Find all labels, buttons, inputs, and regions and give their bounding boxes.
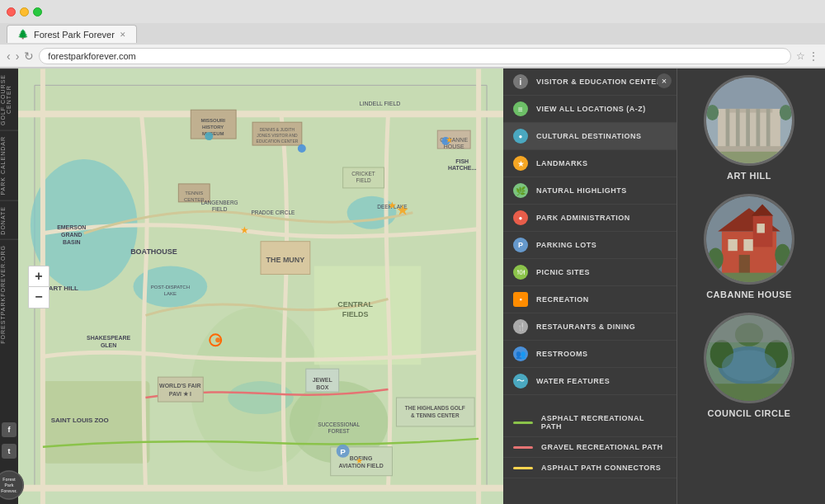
svg-text:FISH: FISH — [455, 158, 469, 164]
cultural-icon: ● — [513, 129, 528, 144]
refresh-button[interactable]: ↻ — [24, 49, 34, 63]
restaurants-label: RESTAURANTS & DINING — [536, 323, 635, 331]
tab-bar: 🌲 Forest Park Forever ✕ — [0, 23, 825, 45]
sidebar-item-golf[interactable]: GOLF COURSECENTER — [0, 68, 18, 130]
legend-asphalt-path[interactable]: ASPHALT RECREATIONAL PATH — [503, 408, 676, 437]
legend-item-park-admin[interactable]: ● PARK ADMINISTRATION — [503, 205, 676, 232]
legend-item-view-all[interactable]: ≡ VIEW ALL LOCATIONS (A-Z) — [503, 96, 676, 123]
gravel-path-line — [513, 446, 533, 449]
thumb-art-hill[interactable]: ART HILL — [684, 75, 814, 181]
sidebar-item-calendar[interactable]: PARK CALENDAR — [0, 130, 18, 200]
council-circle-image — [704, 313, 794, 403]
svg-text:THE MUNY: THE MUNY — [266, 256, 305, 264]
settings-icon[interactable]: ⋮ — [808, 50, 818, 62]
legend-item-picnic[interactable]: 🍽 PICNIC SITES — [503, 259, 676, 286]
svg-text:PRADOE CIRCLE: PRADOE CIRCLE — [252, 210, 296, 215]
park-admin-icon: ● — [513, 210, 528, 225]
map-zoom-controls: + − — [28, 266, 50, 309]
svg-point-95 — [706, 105, 719, 120]
facebook-icon[interactable]: f — [2, 422, 16, 437]
legend-item-recreation[interactable]: ▪ RECREATION — [503, 286, 676, 313]
address-bar: ‹ › ↻ ☆ ⋮ — [0, 45, 825, 68]
svg-text:FIELDS: FIELDS — [342, 310, 369, 318]
legend-item-cultural[interactable]: ● CULTURAL DESTINATIONS — [503, 123, 676, 150]
legend-item-parking[interactable]: P PARKING LOTS — [503, 232, 676, 259]
legend-item-restaurants[interactable]: 🍴 RESTAURANTS & DINING — [503, 313, 676, 341]
back-button[interactable]: ‹ — [7, 49, 11, 63]
svg-rect-105 — [757, 224, 764, 233]
svg-rect-94 — [706, 78, 792, 109]
svg-text:★: ★ — [446, 135, 453, 144]
traffic-lights — [7, 7, 42, 16]
water-icon: 〜 — [513, 374, 528, 389]
main-container: GOLF COURSECENTER PARK CALENDAR DONATE F… — [0, 68, 825, 504]
zoom-in-button[interactable]: + — [28, 266, 50, 287]
zoom-out-button[interactable]: − — [28, 287, 50, 309]
svg-point-116 — [722, 351, 776, 382]
svg-text:Forever.: Forever. — [1, 488, 17, 493]
sidebar-item-donate[interactable]: DONATE — [0, 200, 18, 240]
cabanne-house-image — [704, 194, 794, 285]
svg-rect-91 — [766, 109, 771, 148]
picnic-label: PICNIC SITES — [536, 268, 590, 276]
svg-point-80 — [215, 337, 220, 342]
legend-close-button[interactable]: × — [657, 73, 672, 88]
water-label: WATER FEATURES — [536, 377, 610, 385]
url-input[interactable] — [39, 48, 791, 64]
asphalt-path-line — [513, 422, 533, 424]
visitor-icon: i — [513, 74, 528, 89]
thumb-council-circle[interactable]: COUNCIL CIRCLE — [684, 313, 814, 418]
svg-text:SUCCESSIONAL: SUCCESSIONAL — [318, 422, 360, 427]
svg-text:& TENNIS CENTER: & TENNIS CENTER — [411, 412, 460, 418]
sidebar-item-website[interactable]: FORESTPARKFOREVER.ORG — [0, 239, 18, 349]
svg-text:★: ★ — [356, 456, 363, 465]
svg-point-74 — [205, 132, 213, 140]
svg-text:PAVI ★ I: PAVI ★ I — [169, 391, 191, 397]
legend-item-water[interactable]: 〜 WATER FEATURES — [503, 368, 676, 395]
svg-rect-107 — [706, 273, 792, 282]
svg-text:★: ★ — [388, 200, 397, 211]
maximize-window-button[interactable] — [33, 7, 42, 16]
art-hill-label: ART HILL — [727, 171, 771, 181]
active-tab[interactable]: 🌲 Forest Park Forever ✕ — [7, 25, 137, 43]
title-bar — [0, 0, 825, 23]
svg-text:MISSOURI: MISSOURI — [200, 118, 225, 123]
parking-icon: P — [513, 238, 528, 252]
bookmark-icon[interactable]: ☆ — [796, 50, 805, 62]
natural-icon: 🌿 — [513, 183, 528, 198]
map-container[interactable]: MISSOURI HISTORY MUSEUM DENNIS & JUDITH … — [18, 68, 503, 504]
recreation-icon: ▪ — [513, 292, 528, 307]
svg-text:GLEN: GLEN — [101, 342, 116, 348]
svg-text:Park: Park — [5, 483, 14, 488]
left-sidebar: GOLF COURSECENTER PARK CALENDAR DONATE F… — [0, 68, 18, 504]
close-window-button[interactable] — [7, 7, 16, 16]
tab-title: Forest Park Forever — [34, 30, 115, 40]
svg-text:★: ★ — [240, 224, 249, 236]
tab-close-button[interactable]: ✕ — [120, 31, 126, 39]
restrooms-label: RESTROOMS — [536, 350, 588, 358]
svg-text:THE HIGHLANDS GOLF: THE HIGHLANDS GOLF — [405, 405, 465, 411]
legend-asphalt-connectors[interactable]: ASPHALT PATH CONNECTORS — [503, 458, 676, 478]
svg-rect-90 — [757, 109, 761, 148]
thumb-cabanne-house[interactable]: CABANNE HOUSE — [684, 194, 814, 299]
svg-text:JONES VISITOR AND: JONES VISITOR AND — [257, 133, 298, 138]
minimize-window-button[interactable] — [20, 7, 29, 16]
svg-text:DENNIS & JUDITH: DENNIS & JUDITH — [260, 127, 295, 132]
legend-item-visitor[interactable]: i VISITOR & EDUCATION CENTER — [503, 68, 676, 96]
svg-rect-104 — [743, 239, 752, 251]
restrooms-icon: 👥 — [513, 346, 528, 361]
legend-item-landmarks[interactable]: ★ LANDMARKS — [503, 150, 676, 177]
svg-text:BOX: BOX — [316, 384, 328, 390]
legend-item-restrooms[interactable]: 👥 RESTROOMS — [503, 341, 676, 368]
svg-text:CENTRAL: CENTRAL — [337, 300, 373, 309]
svg-text:SHAKESPEARE: SHAKESPEARE — [87, 335, 130, 341]
svg-point-96 — [780, 105, 792, 120]
cultural-label: CULTURAL DESTINATIONS — [536, 132, 642, 140]
legend-panel: × i VISITOR & EDUCATION CENTER ≡ VIEW AL… — [503, 68, 676, 504]
cabanne-house-label: CABANNE HOUSE — [706, 290, 792, 299]
twitter-icon[interactable]: t — [2, 444, 16, 459]
legend-item-natural[interactable]: 🌿 NATURAL HIGHLIGHTS — [503, 177, 676, 205]
natural-label: NATURAL HIGHLIGHTS — [536, 186, 627, 195]
forward-button[interactable]: › — [16, 49, 20, 63]
legend-gravel-path[interactable]: GRAVEL RECREATIONAL PATH — [503, 437, 676, 458]
